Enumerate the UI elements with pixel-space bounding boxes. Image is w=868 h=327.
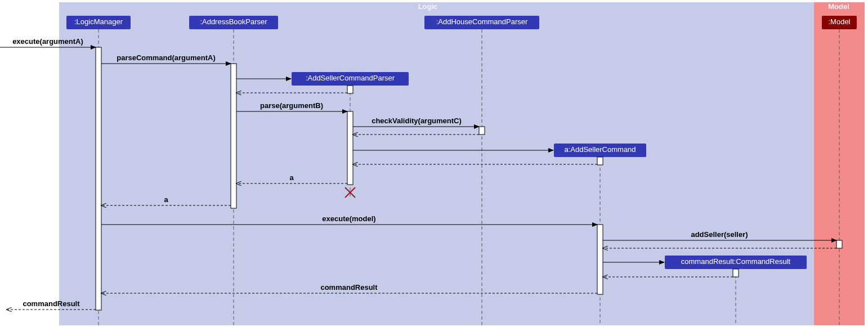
label-final-return: commandResult xyxy=(23,299,80,308)
label-execute-model: execute(model) xyxy=(322,214,375,223)
label-commandresult: commandResult:CommandResult xyxy=(681,257,791,266)
model-region-label: Model xyxy=(828,2,849,11)
activation-addsellercommand-exec xyxy=(597,225,603,294)
label-return-commandresult: commandResult xyxy=(320,283,378,292)
label-addhousecommandparser: :AddHouseCommandParser xyxy=(436,17,528,26)
label-parsecommand: parseCommand(argumentA) xyxy=(117,53,216,62)
label-execute-arga: execute(argumentA) xyxy=(12,37,83,46)
label-addseller: addSeller(seller) xyxy=(691,230,748,239)
activation-logicmanager xyxy=(96,47,101,310)
activation-addressbookparser xyxy=(231,64,236,208)
activation-model-addseller xyxy=(836,240,842,248)
activation-addhousecommandparser-check xyxy=(479,127,485,135)
label-parse-b: parse(argumentB) xyxy=(260,101,323,110)
sequence-diagram: Logic Model :LogicManager :AddressBookPa… xyxy=(0,0,868,327)
label-addsellercommandparser: :AddSellerCommandParser xyxy=(306,74,395,82)
label-addsellercommand: a:AddSellerCommand xyxy=(564,145,636,154)
model-region xyxy=(814,2,865,325)
activation-commandresult xyxy=(733,269,739,277)
label-addressbookparser: :AddressBookParser xyxy=(200,17,267,26)
label-checkvalidity: checkValidity(argumentC) xyxy=(372,117,462,125)
activation-addsellercommand-create xyxy=(597,157,603,165)
logic-region-label: Logic xyxy=(418,2,438,11)
activation-addsellercommandparser-create xyxy=(347,86,353,93)
label-a1: a xyxy=(289,173,294,182)
label-a2: a xyxy=(164,195,168,204)
label-logicmanager: :LogicManager xyxy=(74,17,123,26)
activation-addsellercommandparser-parse xyxy=(347,111,353,185)
label-model: :Model xyxy=(828,17,850,26)
